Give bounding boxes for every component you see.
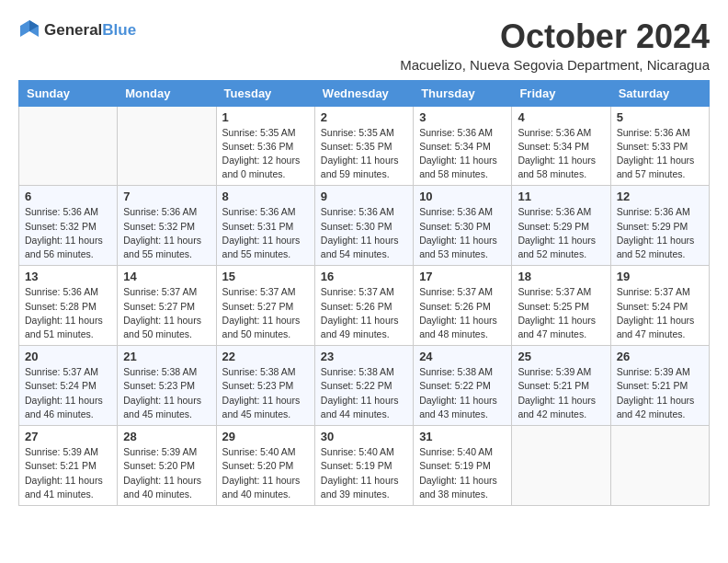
day-info: Sunrise: 5:36 AMSunset: 5:34 PMDaylight:… xyxy=(518,126,604,182)
title-block: October 2024 Macuelizo, Nueva Segovia De… xyxy=(400,18,710,73)
day-info: Sunrise: 5:36 AMSunset: 5:30 PMDaylight:… xyxy=(321,205,407,261)
calendar-cell: 14Sunrise: 5:37 AMSunset: 5:27 PMDayligh… xyxy=(118,266,216,346)
day-info: Sunrise: 5:35 AMSunset: 5:35 PMDaylight:… xyxy=(321,126,407,182)
calendar-cell: 3Sunrise: 5:36 AMSunset: 5:34 PMDaylight… xyxy=(414,106,512,186)
calendar-cell: 1Sunrise: 5:35 AMSunset: 5:36 PMDaylight… xyxy=(216,106,314,186)
calendar-cell: 20Sunrise: 5:37 AMSunset: 5:24 PMDayligh… xyxy=(19,346,118,426)
day-number: 12 xyxy=(617,190,703,203)
day-info: Sunrise: 5:37 AMSunset: 5:26 PMDaylight:… xyxy=(321,285,407,341)
day-number: 6 xyxy=(25,190,111,203)
day-number: 23 xyxy=(321,350,407,363)
day-number: 18 xyxy=(518,270,604,283)
location-title: Macuelizo, Nueva Segovia Department, Nic… xyxy=(400,57,710,73)
day-number: 31 xyxy=(419,430,506,443)
calendar-cell: 8Sunrise: 5:36 AMSunset: 5:31 PMDaylight… xyxy=(216,186,314,266)
day-info: Sunrise: 5:39 AMSunset: 5:21 PMDaylight:… xyxy=(25,445,111,501)
day-number: 30 xyxy=(321,430,407,443)
day-info: Sunrise: 5:40 AMSunset: 5:19 PMDaylight:… xyxy=(321,445,407,501)
logo: GeneralBlue xyxy=(18,18,136,40)
page-header: GeneralBlue October 2024 Macuelizo, Nuev… xyxy=(18,18,710,73)
calendar-cell: 12Sunrise: 5:36 AMSunset: 5:29 PMDayligh… xyxy=(610,186,709,266)
day-number: 4 xyxy=(518,110,604,124)
calendar-cell: 19Sunrise: 5:37 AMSunset: 5:24 PMDayligh… xyxy=(610,266,709,346)
day-info: Sunrise: 5:36 AMSunset: 5:28 PMDaylight:… xyxy=(25,285,111,341)
calendar-cell: 11Sunrise: 5:36 AMSunset: 5:29 PMDayligh… xyxy=(512,186,610,266)
calendar-cell: 26Sunrise: 5:39 AMSunset: 5:21 PMDayligh… xyxy=(610,346,709,426)
day-info: Sunrise: 5:38 AMSunset: 5:22 PMDaylight:… xyxy=(321,365,407,421)
calendar-week-4: 20Sunrise: 5:37 AMSunset: 5:24 PMDayligh… xyxy=(19,346,710,426)
day-number: 24 xyxy=(419,350,506,363)
calendar-cell: 9Sunrise: 5:36 AMSunset: 5:30 PMDaylight… xyxy=(314,186,413,266)
calendar-cell: 30Sunrise: 5:40 AMSunset: 5:19 PMDayligh… xyxy=(314,426,413,506)
calendar-cell: 15Sunrise: 5:37 AMSunset: 5:27 PMDayligh… xyxy=(216,266,314,346)
day-number: 19 xyxy=(617,270,703,283)
month-title: October 2024 xyxy=(400,18,710,55)
calendar-cell: 23Sunrise: 5:38 AMSunset: 5:22 PMDayligh… xyxy=(314,346,413,426)
day-header-saturday: Saturday xyxy=(610,80,709,106)
day-number: 29 xyxy=(222,430,309,443)
day-number: 3 xyxy=(419,110,506,124)
day-header-monday: Monday xyxy=(118,80,216,106)
day-info: Sunrise: 5:39 AMSunset: 5:20 PMDaylight:… xyxy=(123,445,210,501)
day-info: Sunrise: 5:37 AMSunset: 5:24 PMDaylight:… xyxy=(617,285,703,341)
day-info: Sunrise: 5:36 AMSunset: 5:34 PMDaylight:… xyxy=(419,126,506,182)
calendar-cell xyxy=(512,426,610,506)
day-info: Sunrise: 5:37 AMSunset: 5:24 PMDaylight:… xyxy=(25,365,111,421)
day-number: 27 xyxy=(25,430,111,443)
day-info: Sunrise: 5:39 AMSunset: 5:21 PMDaylight:… xyxy=(518,365,604,421)
day-number: 11 xyxy=(518,190,604,203)
calendar-cell: 29Sunrise: 5:40 AMSunset: 5:20 PMDayligh… xyxy=(216,426,314,506)
calendar-cell: 28Sunrise: 5:39 AMSunset: 5:20 PMDayligh… xyxy=(118,426,216,506)
day-number: 9 xyxy=(321,190,407,203)
day-info: Sunrise: 5:36 AMSunset: 5:29 PMDaylight:… xyxy=(518,205,604,261)
day-info: Sunrise: 5:38 AMSunset: 5:23 PMDaylight:… xyxy=(123,365,210,421)
day-number: 20 xyxy=(25,350,111,363)
calendar-cell xyxy=(610,426,709,506)
day-info: Sunrise: 5:36 AMSunset: 5:29 PMDaylight:… xyxy=(617,205,703,261)
day-number: 15 xyxy=(222,270,309,283)
logo-blue: Blue xyxy=(102,21,136,39)
calendar-cell: 22Sunrise: 5:38 AMSunset: 5:23 PMDayligh… xyxy=(216,346,314,426)
day-header-tuesday: Tuesday xyxy=(216,80,314,106)
day-info: Sunrise: 5:36 AMSunset: 5:33 PMDaylight:… xyxy=(617,126,703,182)
calendar-cell: 13Sunrise: 5:36 AMSunset: 5:28 PMDayligh… xyxy=(19,266,118,346)
calendar-cell: 25Sunrise: 5:39 AMSunset: 5:21 PMDayligh… xyxy=(512,346,610,426)
calendar-cell: 6Sunrise: 5:36 AMSunset: 5:32 PMDaylight… xyxy=(19,186,118,266)
day-info: Sunrise: 5:36 AMSunset: 5:31 PMDaylight:… xyxy=(222,205,309,261)
day-number: 14 xyxy=(123,270,210,283)
logo-icon xyxy=(18,18,40,40)
calendar-cell: 21Sunrise: 5:38 AMSunset: 5:23 PMDayligh… xyxy=(118,346,216,426)
calendar-cell xyxy=(19,106,118,186)
calendar-cell: 27Sunrise: 5:39 AMSunset: 5:21 PMDayligh… xyxy=(19,426,118,506)
day-header-wednesday: Wednesday xyxy=(314,80,413,106)
day-header-thursday: Thursday xyxy=(414,80,512,106)
calendar-cell: 17Sunrise: 5:37 AMSunset: 5:26 PMDayligh… xyxy=(414,266,512,346)
calendar-cell: 18Sunrise: 5:37 AMSunset: 5:25 PMDayligh… xyxy=(512,266,610,346)
calendar-cell xyxy=(118,106,216,186)
day-number: 8 xyxy=(222,190,309,203)
day-info: Sunrise: 5:38 AMSunset: 5:23 PMDaylight:… xyxy=(222,365,309,421)
day-number: 2 xyxy=(321,110,407,124)
calendar-cell: 16Sunrise: 5:37 AMSunset: 5:26 PMDayligh… xyxy=(314,266,413,346)
day-info: Sunrise: 5:39 AMSunset: 5:21 PMDaylight:… xyxy=(617,365,703,421)
logo-general: General xyxy=(44,21,102,39)
day-number: 5 xyxy=(617,110,703,124)
day-number: 22 xyxy=(222,350,309,363)
day-info: Sunrise: 5:38 AMSunset: 5:22 PMDaylight:… xyxy=(419,365,506,421)
day-number: 7 xyxy=(123,190,210,203)
calendar-cell: 2Sunrise: 5:35 AMSunset: 5:35 PMDaylight… xyxy=(314,106,413,186)
calendar-cell: 24Sunrise: 5:38 AMSunset: 5:22 PMDayligh… xyxy=(414,346,512,426)
day-number: 25 xyxy=(518,350,604,363)
header-row: SundayMondayTuesdayWednesdayThursdayFrid… xyxy=(19,80,710,106)
day-info: Sunrise: 5:36 AMSunset: 5:32 PMDaylight:… xyxy=(123,205,210,261)
day-info: Sunrise: 5:37 AMSunset: 5:27 PMDaylight:… xyxy=(123,285,210,341)
calendar-cell: 4Sunrise: 5:36 AMSunset: 5:34 PMDaylight… xyxy=(512,106,610,186)
day-number: 10 xyxy=(419,190,506,203)
day-number: 1 xyxy=(222,110,309,124)
day-info: Sunrise: 5:40 AMSunset: 5:20 PMDaylight:… xyxy=(222,445,309,501)
day-number: 28 xyxy=(123,430,210,443)
day-info: Sunrise: 5:40 AMSunset: 5:19 PMDaylight:… xyxy=(419,445,506,501)
calendar-week-1: 1Sunrise: 5:35 AMSunset: 5:36 PMDaylight… xyxy=(19,106,710,186)
calendar-week-3: 13Sunrise: 5:36 AMSunset: 5:28 PMDayligh… xyxy=(19,266,710,346)
day-info: Sunrise: 5:35 AMSunset: 5:36 PMDaylight:… xyxy=(222,126,309,182)
